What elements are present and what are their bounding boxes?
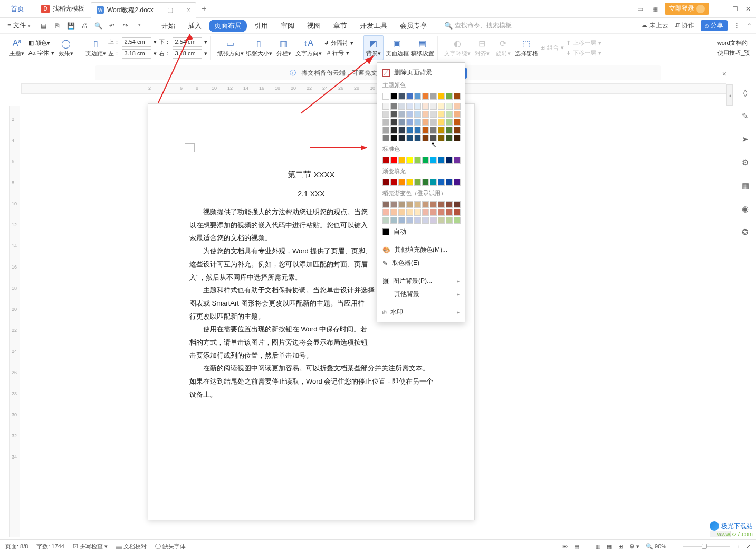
color-swatch[interactable] xyxy=(398,119,405,126)
color-swatch[interactable] xyxy=(390,217,397,224)
tab-chapter[interactable]: 章节 xyxy=(328,20,352,32)
font-button[interactable]: Aa 字体▾ xyxy=(28,49,54,57)
color-swatch[interactable] xyxy=(438,93,445,100)
color-swatch[interactable] xyxy=(398,111,405,118)
breaks-button[interactable]: ↲ 分隔符▾ xyxy=(324,39,353,47)
orientation-button[interactable]: ▭纸张方向▾ xyxy=(217,38,244,58)
columns-button[interactable]: ▥分栏▾ xyxy=(274,38,293,58)
color-swatch[interactable] xyxy=(422,201,429,208)
color-swatch[interactable] xyxy=(446,179,453,186)
zoom-out-icon[interactable]: − xyxy=(673,544,676,550)
more-menu-icon[interactable]: ︙ xyxy=(734,22,740,30)
color-swatch[interactable] xyxy=(406,135,413,141)
color-swatch[interactable] xyxy=(406,127,413,134)
fullscreen-icon[interactable]: ⤢ xyxy=(746,543,751,550)
clear-background-item[interactable]: ／删除页面背景 xyxy=(377,66,465,79)
pageborder-button[interactable]: ▣页面边框 xyxy=(386,38,409,58)
color-swatch[interactable] xyxy=(414,103,421,110)
view-web-icon[interactable]: ▥ xyxy=(595,543,600,550)
zoom-menu-icon[interactable]: ⚙ ▾ xyxy=(629,543,639,550)
color-swatch[interactable] xyxy=(406,111,413,118)
color-swatch[interactable] xyxy=(422,209,429,216)
color-swatch[interactable] xyxy=(438,111,445,118)
color-swatch[interactable] xyxy=(382,135,389,141)
color-swatch[interactable] xyxy=(390,103,397,110)
tool-pen-icon[interactable]: ✎ xyxy=(739,110,752,122)
help-link-2[interactable]: 使用技巧_预 xyxy=(717,49,750,57)
color-swatch[interactable] xyxy=(398,135,405,141)
color-swatch[interactable] xyxy=(422,93,429,100)
color-swatch[interactable] xyxy=(390,201,397,208)
color-swatch[interactable] xyxy=(446,103,453,110)
color-swatch[interactable] xyxy=(398,103,405,110)
close-window-icon[interactable]: ✕ xyxy=(745,5,751,13)
color-swatch[interactable] xyxy=(454,103,461,110)
tab-start[interactable]: 开始 xyxy=(156,20,180,32)
color-swatch[interactable] xyxy=(454,111,461,118)
color-swatch[interactable] xyxy=(390,135,397,141)
color-swatch[interactable] xyxy=(382,103,389,110)
color-swatch[interactable] xyxy=(446,209,453,216)
search-box[interactable]: 🔍 查找命令、搜索模板 xyxy=(444,21,512,30)
add-tab-button[interactable]: + xyxy=(196,4,212,14)
more-colors-item[interactable]: 🎨其他填充颜色(M)... xyxy=(377,243,465,256)
selectpane-button[interactable]: ⬚选择窗格 xyxy=(515,38,538,58)
color-swatch[interactable] xyxy=(382,127,389,134)
other-bg-item[interactable]: 其他背景▸ xyxy=(377,288,465,301)
color-swatch[interactable] xyxy=(430,179,437,186)
color-swatch[interactable] xyxy=(422,135,429,141)
color-swatch[interactable] xyxy=(414,157,421,164)
color-swatch[interactable] xyxy=(454,135,461,141)
color-swatch[interactable] xyxy=(382,157,389,164)
color-swatch[interactable] xyxy=(438,217,445,224)
close-tab-icon[interactable]: × xyxy=(187,6,190,14)
tab-view[interactable]: 视图 xyxy=(302,20,326,32)
color-swatch[interactable] xyxy=(422,157,429,164)
tab-insert[interactable]: 插入 xyxy=(183,20,207,32)
color-swatch[interactable] xyxy=(406,103,413,110)
color-swatch[interactable] xyxy=(414,201,421,208)
color-swatch[interactable] xyxy=(438,201,445,208)
color-swatch[interactable] xyxy=(422,111,429,118)
tool-help-icon[interactable]: ◉ xyxy=(739,203,752,215)
tool-settings-icon[interactable]: ⚙ xyxy=(739,156,752,169)
color-swatch[interactable] xyxy=(438,127,445,134)
color-swatch[interactable] xyxy=(422,119,429,126)
color-swatch[interactable] xyxy=(382,119,389,126)
color-swatch[interactable] xyxy=(398,157,405,164)
color-swatch[interactable] xyxy=(398,93,405,100)
theme-button[interactable]: Aª主题▾ xyxy=(7,38,26,58)
color-swatch[interactable] xyxy=(446,93,453,100)
color-swatch[interactable] xyxy=(438,103,445,110)
color-swatch[interactable] xyxy=(406,93,413,100)
color-swatch[interactable] xyxy=(414,127,421,134)
color-swatch[interactable] xyxy=(454,179,461,186)
color-swatch[interactable] xyxy=(390,93,397,100)
help-link-1[interactable]: word文档的 xyxy=(717,39,750,47)
color-swatch[interactable] xyxy=(446,127,453,134)
effects-button[interactable]: ◯效果▾ xyxy=(56,38,75,58)
color-swatch[interactable] xyxy=(390,209,397,216)
color-swatch[interactable] xyxy=(430,111,437,118)
share-button[interactable]: ⎋ 分享 xyxy=(701,20,728,31)
color-swatch[interactable] xyxy=(382,93,389,100)
status-words[interactable]: 字数: 1744 xyxy=(36,542,64,550)
collapse-ribbon-icon[interactable]: ⌃ xyxy=(747,22,752,30)
manuscript-button[interactable]: ▤稿纸设置 xyxy=(411,38,434,58)
color-swatch[interactable] xyxy=(422,127,429,134)
view-print-icon[interactable]: ▤ xyxy=(574,543,579,550)
tool-cursor-icon[interactable]: ➤ xyxy=(739,133,752,146)
preview-icon[interactable]: 🔍 xyxy=(94,22,102,30)
collapse-sidepanel-icon[interactable]: ◂ xyxy=(726,84,733,106)
color-swatch[interactable] xyxy=(390,119,397,126)
tab-review[interactable]: 审阅 xyxy=(275,20,300,32)
color-swatch[interactable] xyxy=(406,209,413,216)
file-menu[interactable]: ≡ 文件 ▾ xyxy=(4,21,34,30)
color-swatch[interactable] xyxy=(430,157,437,164)
color-swatch[interactable] xyxy=(406,179,413,186)
color-swatch[interactable] xyxy=(414,93,421,100)
status-proof[interactable]: ▤ 文档校对 xyxy=(116,542,147,550)
color-swatch[interactable] xyxy=(446,217,453,224)
status-page[interactable]: 页面: 8/8 xyxy=(5,542,28,550)
tab-pagelayout[interactable]: 页面布局 xyxy=(209,20,247,32)
